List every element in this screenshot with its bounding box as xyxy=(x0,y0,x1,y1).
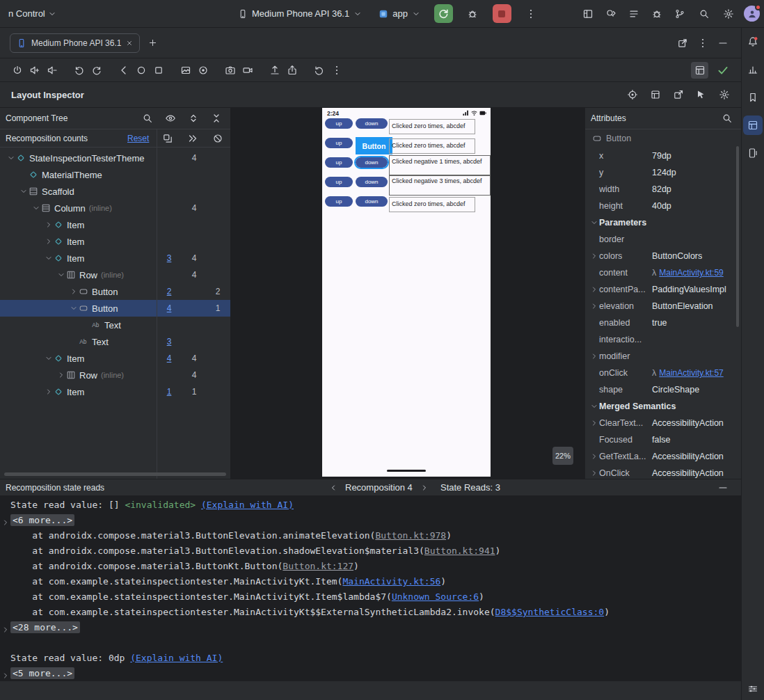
attribute-row-cleartext[interactable]: ClearText...AccessibilityAction xyxy=(585,415,741,431)
down-button[interactable]: down xyxy=(356,196,388,207)
fold-chip[interactable]: <28 more...> xyxy=(10,621,80,633)
attribute-row-shape[interactable]: shapeCircleShape xyxy=(585,381,741,398)
tree-row-button[interactable]: Button22 xyxy=(0,283,230,300)
attribute-row-contentpa[interactable]: contentPa...PaddingValuesImpl xyxy=(585,281,741,298)
up-button[interactable]: up xyxy=(325,118,353,129)
attribute-row-border[interactable]: border xyxy=(585,231,741,248)
video-icon[interactable] xyxy=(239,62,256,79)
attribute-row-width[interactable]: width82dp xyxy=(585,181,741,198)
upload-icon[interactable] xyxy=(266,62,283,79)
snapshot-icon[interactable] xyxy=(646,86,664,103)
volume-down-icon[interactable] xyxy=(43,62,61,79)
attribute-row-content[interactable]: contentλMainActivity.kt:59 xyxy=(585,264,741,281)
volume-up-icon[interactable] xyxy=(26,62,43,79)
tree-row-row[interactable]: Row(inline)4 xyxy=(0,267,230,283)
debug-button[interactable] xyxy=(464,6,482,22)
source-location-link[interactable]: D8$$SyntheticClass:0 xyxy=(495,607,605,617)
more-run-actions-button[interactable] xyxy=(523,6,540,22)
close-tab-icon[interactable] xyxy=(126,40,133,47)
chevron-down-icon[interactable] xyxy=(68,304,79,312)
search-everywhere-button[interactable] xyxy=(695,6,713,22)
source-location-link[interactable]: (Explain with AI) xyxy=(130,653,223,663)
chevron-right-icon[interactable] xyxy=(589,302,599,310)
highlight-icon[interactable] xyxy=(623,86,641,103)
notifications-bell-icon[interactable] xyxy=(743,32,763,51)
chevron-right-icon[interactable] xyxy=(68,287,79,296)
source-location-link[interactable]: Button.kt:978 xyxy=(375,530,446,541)
up-button[interactable]: up xyxy=(325,177,353,187)
attributes-section-parameters[interactable]: Parameters xyxy=(585,214,741,231)
source-location-link[interactable]: (Explain with AI) xyxy=(201,500,294,510)
attribute-row-gettextla[interactable]: GetTextLa...AccessibilityAction xyxy=(585,448,741,465)
next-recomposition-button[interactable] xyxy=(416,479,433,496)
export-icon[interactable] xyxy=(669,86,687,103)
attribute-row-height[interactable]: height40dp xyxy=(585,198,741,214)
task-list-icon[interactable] xyxy=(625,6,642,22)
search-arrow-icon[interactable] xyxy=(602,6,619,22)
power-icon[interactable] xyxy=(8,62,26,79)
layout-board-icon[interactable] xyxy=(579,6,596,22)
down-button[interactable]: down xyxy=(356,177,388,187)
recomposition-count-link[interactable]: 2 xyxy=(157,283,181,300)
tab-options-button[interactable] xyxy=(694,35,711,51)
rerun-button[interactable] xyxy=(434,4,453,23)
sliders-icon[interactable] xyxy=(745,681,762,697)
bookmarks-icon[interactable] xyxy=(743,88,763,107)
restore-icon[interactable] xyxy=(310,62,328,79)
pick-element-icon[interactable] xyxy=(692,86,710,103)
chevron-right-icon[interactable] xyxy=(589,285,599,294)
clear-highlight-icon[interactable] xyxy=(212,133,223,144)
rotate-right-icon[interactable] xyxy=(88,62,105,79)
back-icon[interactable] xyxy=(115,62,132,79)
recomposition-count-link[interactable]: 4 xyxy=(157,300,181,317)
tree-row-stateinspectiontestertheme[interactable]: StateInspectionTesterTheme4 xyxy=(0,150,230,166)
share-icon[interactable] xyxy=(283,62,301,79)
source-location-link[interactable]: MainActivity.kt:57 xyxy=(659,368,723,378)
run-configuration-selector[interactable]: app xyxy=(376,6,423,21)
reset-counts-button[interactable]: Reset xyxy=(127,134,149,143)
chevron-down-icon[interactable] xyxy=(589,402,599,411)
chevron-right-icon[interactable] xyxy=(56,371,66,379)
more-vertical-icon[interactable] xyxy=(328,62,345,79)
tree-row-item[interactable]: Item34 xyxy=(0,250,230,267)
recomposition-count-link[interactable]: 4 xyxy=(157,350,181,367)
source-location-link[interactable]: Unknown Source:6 xyxy=(392,591,479,602)
skip-count-icon[interactable] xyxy=(187,133,198,144)
record-icon[interactable] xyxy=(194,62,212,79)
collapse-all-icon[interactable] xyxy=(207,110,225,127)
chevron-down-icon[interactable] xyxy=(43,354,54,363)
settings-button[interactable] xyxy=(719,6,737,22)
horizontal-scrollbar[interactable] xyxy=(4,472,226,476)
device-screen[interactable]: 2:24 updownClicked zero times, abcdefupB… xyxy=(322,108,491,477)
tree-row-button[interactable]: Button41 xyxy=(0,300,230,317)
stop-button[interactable] xyxy=(493,4,511,23)
attribute-row-colors[interactable]: colorsButtonColors xyxy=(585,248,741,264)
hide-tool-window-button[interactable] xyxy=(714,35,731,51)
expand-all-icon[interactable] xyxy=(184,110,202,127)
up-button[interactable]: up xyxy=(325,157,353,168)
search-icon[interactable] xyxy=(138,110,156,127)
bug-report-icon[interactable] xyxy=(648,6,665,22)
attribute-row-elevation[interactable]: elevationButtonElevation xyxy=(585,298,741,315)
vertical-scrollbar[interactable] xyxy=(736,146,739,327)
tree-row-row[interactable]: Row(inline)4 xyxy=(0,367,230,383)
camera-icon[interactable] xyxy=(221,62,239,79)
tree-row-item[interactable]: Item44 xyxy=(0,350,230,367)
source-location-link[interactable]: Button.kt:941 xyxy=(424,546,495,556)
tree-row-item[interactable]: Item11 xyxy=(0,383,230,400)
layout-inspector-icon[interactable] xyxy=(743,116,763,135)
attributes-search-button[interactable] xyxy=(718,110,735,127)
chevron-down-icon[interactable] xyxy=(18,187,29,196)
chevron-right-icon[interactable] xyxy=(43,388,54,396)
expand-fold-icon[interactable] xyxy=(1,669,10,681)
chevron-down-icon[interactable] xyxy=(56,271,66,279)
tab-medium-phone[interactable]: Medium Phone API 36.1 xyxy=(10,33,140,53)
chevron-right-icon[interactable] xyxy=(589,469,599,477)
visibility-icon[interactable] xyxy=(161,110,179,127)
chevron-down-icon[interactable] xyxy=(43,254,54,262)
source-location-link[interactable]: MainActivity.kt:56 xyxy=(342,576,440,587)
source-location-link[interactable]: MainActivity.kt:59 xyxy=(659,268,723,278)
settings-gear-icon[interactable] xyxy=(715,86,733,103)
attribute-row-interactio[interactable]: interactio... xyxy=(585,331,741,348)
fold-chip[interactable]: <6 more...> xyxy=(10,514,74,526)
